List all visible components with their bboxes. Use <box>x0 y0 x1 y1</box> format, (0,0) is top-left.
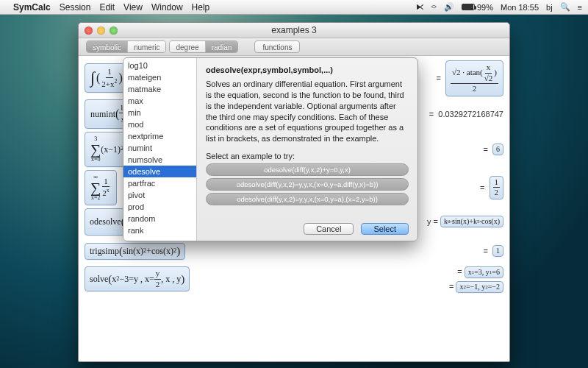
expr-row: solve(x2−3=y , x=y2 , x , y) =x1=3, y1=6… <box>85 266 503 293</box>
result: 0.0329272168747 <box>438 110 503 118</box>
list-item[interactable]: log10 <box>123 60 196 71</box>
list-item[interactable]: nextprime <box>123 130 196 142</box>
list-item-selected[interactable]: odesolve <box>123 166 196 177</box>
function-signature: odesolve(expr,symbol,symbol,...) <box>206 66 409 74</box>
window-toolbar: symbolic numeric degree radian functions <box>79 38 509 56</box>
spotlight-icon[interactable]: 🔍 <box>560 2 570 12</box>
bluetooth-icon[interactable]: ⧔ <box>416 2 424 12</box>
battery-indicator[interactable]: 99% <box>462 3 493 12</box>
mode-symbolic[interactable]: symbolic <box>87 41 128 52</box>
result[interactable]: x1=3, y1=6 <box>465 266 503 278</box>
result-prefix: y = <box>427 217 438 226</box>
menu-view[interactable]: View <box>123 2 143 13</box>
document-window: examples 3 symbolic numeric degree radia… <box>78 22 510 362</box>
list-item[interactable]: mateigen <box>123 71 196 83</box>
example-button[interactable]: odesolve(diff(y,x,2)=y,y,x,(x=0,y=a,diff… <box>206 178 409 191</box>
list-item[interactable]: min <box>123 107 196 118</box>
result[interactable]: k6·sin(x)+k5·cos(x) <box>440 216 503 227</box>
list-item[interactable]: matmake <box>123 83 196 95</box>
result[interactable]: √2 · atan(x√2) 2 <box>445 60 503 96</box>
cancel-button[interactable]: Cancel <box>304 223 354 235</box>
menu-window[interactable]: Window <box>151 2 183 13</box>
mode-segment[interactable]: symbolic numeric <box>86 40 166 53</box>
function-list[interactable]: log10 mateigen matmake max min mod nextp… <box>123 58 197 241</box>
result[interactable]: x2=−1, y2=−2 <box>456 281 503 293</box>
list-item[interactable]: random <box>123 213 196 224</box>
window-titlebar[interactable]: examples 3 <box>79 23 509 38</box>
result[interactable]: 6 <box>492 144 503 155</box>
expr-input[interactable]: solve(x2−3=y , x=y2 , x , y) <box>85 266 190 291</box>
menu-help[interactable]: Help <box>192 2 210 13</box>
functions-popover: log10 mateigen matmake max min mod nextp… <box>123 57 418 241</box>
clock[interactable]: Mon 18:55 <box>501 3 539 12</box>
list-item[interactable]: re <box>123 236 196 241</box>
list-item[interactable]: prod <box>123 201 196 213</box>
expr-input[interactable]: trigsimp(sin(x)2+cos(x)2) <box>85 243 185 260</box>
document-body[interactable]: ∫ ( 12+x2 ) dx = √2 · atan(x√2) 2 <box>79 56 509 361</box>
expr-row: trigsimp(sin(x)2+cos(x)2) = 1 <box>85 238 503 263</box>
mac-menubar: SymCalc Session Edit View Window Help ⧔ … <box>0 0 588 15</box>
angle-radian[interactable]: radian <box>206 41 238 52</box>
window-zoom-button[interactable] <box>110 26 118 35</box>
list-item[interactable]: partfrac <box>123 177 196 189</box>
result[interactable]: 1 <box>492 245 503 257</box>
list-item[interactable]: pivot <box>123 189 196 201</box>
window-minimize-button[interactable] <box>97 26 105 35</box>
window-close-button[interactable] <box>85 26 93 35</box>
app-menu[interactable]: SymCalc <box>13 2 51 13</box>
functions-button[interactable]: functions <box>254 40 300 53</box>
angle-degree[interactable]: degree <box>170 41 205 52</box>
list-item[interactable]: max <box>123 95 196 107</box>
menu-session[interactable]: Session <box>60 2 91 13</box>
list-item[interactable]: numsolve <box>123 154 196 166</box>
select-button[interactable]: Select <box>361 223 409 235</box>
result[interactable]: 12 <box>490 176 504 199</box>
volume-icon[interactable]: 🔊 <box>444 2 454 12</box>
expr-input[interactable]: ∞∑x=2 12x <box>85 170 117 205</box>
function-description: Solves an ordinary differential equation… <box>206 79 409 144</box>
angle-segment[interactable]: degree radian <box>169 40 238 53</box>
wifi-icon[interactable]: ⌔ <box>431 3 437 12</box>
menu-edit[interactable]: Edit <box>99 2 115 13</box>
example-label: Select an example to try: <box>206 152 409 160</box>
menu-extras-icon[interactable]: ≡ <box>578 3 582 12</box>
example-button[interactable]: odesolve(diff(y,x,2)+y=0,y,x) <box>206 163 409 176</box>
user-menu[interactable]: bj <box>546 3 553 12</box>
mode-numeric[interactable]: numeric <box>128 41 166 52</box>
list-item[interactable]: rank <box>123 224 196 236</box>
list-item[interactable]: mod <box>123 118 196 130</box>
window-title: examples 3 <box>79 25 509 35</box>
list-item[interactable]: numint <box>123 142 196 154</box>
example-button[interactable]: odesolve(diff(y,x,2)=y,y,x,(x=0,y=a),(x=… <box>206 193 409 205</box>
